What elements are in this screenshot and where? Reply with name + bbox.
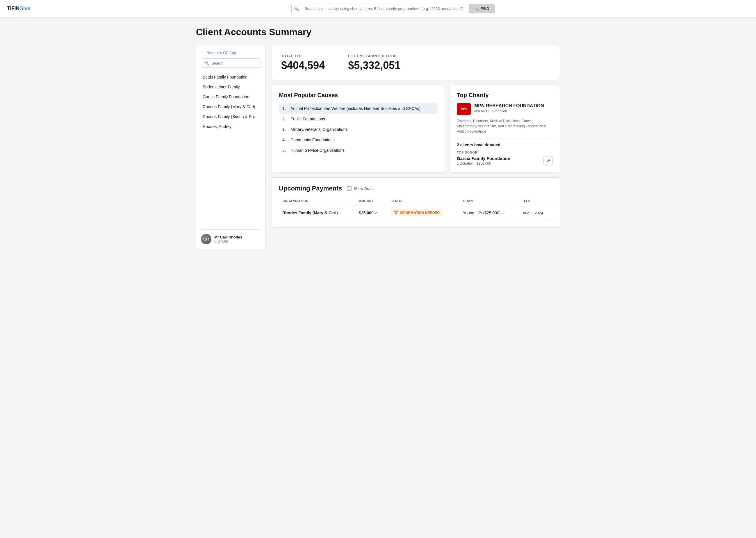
cause-num-5: 5. bbox=[282, 148, 287, 153]
clients-donated: 2 clients have donated bbox=[457, 142, 553, 147]
show-drafts: Show Drafts bbox=[347, 186, 375, 191]
cause-item-3: 3. Military/Veterans' Organizations bbox=[279, 124, 438, 134]
logo-give: Give bbox=[20, 6, 30, 12]
sidebar-footer: CR Mr Carl Rhodes Sign Out bbox=[201, 230, 261, 244]
causes-card: Most Popular Causes 1. Animal Protection… bbox=[272, 84, 445, 173]
total-ytd-value: $404,594 bbox=[281, 59, 325, 72]
sign-out-link[interactable]: Sign Out bbox=[214, 239, 242, 243]
lifetime-label: LIFETIME GRANTED TOTAL bbox=[348, 54, 400, 58]
return-label: Return to GP App bbox=[206, 51, 236, 55]
grant-arrow-icon: ↗ bbox=[502, 211, 505, 215]
cause-item-2: 2. Public Foundations bbox=[279, 114, 438, 124]
payments-header: Upcoming Payments Show Drafts bbox=[279, 185, 553, 192]
cause-text-3: Military/Veterans' Organizations bbox=[290, 127, 347, 132]
charity-name: MPN RESEARCH FOUNDATION bbox=[474, 103, 544, 108]
calendar-icon: 📅 bbox=[393, 211, 398, 215]
causes-list: 1. Animal Protection and Welfare (includ… bbox=[279, 103, 438, 156]
donor-name: Garcia Family Foundation bbox=[457, 156, 510, 161]
lifetime-block: LIFETIME GRANTED TOTAL $5,332,051 bbox=[348, 54, 400, 72]
donor-info: Garcia Family Foundation 1 Donation · $2… bbox=[457, 156, 510, 165]
footer-info: Mr Carl Rhodes Sign Out bbox=[214, 235, 242, 243]
sidebar-nav: Bettis Family Foundation Bodensteiner Fa… bbox=[201, 73, 261, 131]
charity-logo-text: MPN bbox=[461, 108, 467, 111]
payment-status: 📅 INFORMATION NEEDED bbox=[387, 205, 459, 220]
page-title: Client Accounts Summary bbox=[196, 27, 560, 37]
find-search-icon: 🔍 bbox=[474, 6, 479, 11]
donor-row: Garcia Family Foundation 1 Donation · $2… bbox=[457, 156, 553, 165]
header: TIFIN Give 🔍 🔍 FIND bbox=[0, 0, 756, 18]
payments-card: Upcoming Payments Show Drafts ORGANIZATI… bbox=[272, 177, 560, 228]
col-status: STATUS bbox=[387, 197, 459, 205]
global-search-bar: 🔍 🔍 FIND bbox=[291, 4, 495, 13]
lifetime-value: $5,332,051 bbox=[348, 59, 400, 72]
amount-arrow-icon: ↗ bbox=[375, 211, 378, 215]
sidebar-search-icon: 🔍 bbox=[204, 61, 209, 66]
sidebar-item-rhodes-simon[interactable]: Rhodes Family (Simon & Sh… bbox=[201, 112, 261, 121]
sidebar-item-rhodes-mary[interactable]: Rhodes Family (Mary & Carl) bbox=[201, 102, 261, 111]
show-drafts-checkbox[interactable] bbox=[347, 186, 352, 191]
payment-grant: Young Life ($25,000) ↗ bbox=[459, 205, 519, 220]
arrow-right-icon: ↗ bbox=[546, 158, 550, 163]
cause-item-5: 5. Human Service Organizations bbox=[279, 145, 438, 156]
top-donor-label: TOP DONOR bbox=[457, 151, 553, 154]
sidebar-item-bettis[interactable]: Bettis Family Foundation bbox=[201, 73, 261, 82]
payment-org: Rhodes Family (Mary & Carl) bbox=[279, 205, 355, 220]
avatar: CR bbox=[201, 234, 211, 244]
charity-name-block: MPN RESEARCH FOUNDATION aka MPD Foundati… bbox=[474, 103, 544, 113]
two-col-row: Most Popular Causes 1. Animal Protection… bbox=[272, 84, 560, 173]
top-charity-card: Top Charity MPN MPN RESEARCH FOUNDATION … bbox=[450, 84, 560, 173]
right-content: TOTAL YTD $404,594 LIFETIME GRANTED TOTA… bbox=[272, 46, 560, 228]
find-label: FIND bbox=[480, 6, 489, 11]
payments-title: Upcoming Payments bbox=[279, 185, 342, 192]
date-value: Aug 8, 2024 bbox=[523, 211, 543, 215]
charity-header: MPN MPN RESEARCH FOUNDATION aka MPD Foun… bbox=[457, 103, 553, 115]
amount-value: $25,000 bbox=[359, 211, 374, 215]
footer-name: Mr Carl Rhodes bbox=[214, 235, 242, 239]
total-ytd-label: TOTAL YTD bbox=[281, 54, 325, 58]
table-row: Rhodes Family (Mary & Carl) $25,000 ↗ bbox=[279, 205, 553, 220]
org-name: Rhodes Family (Mary & Carl) bbox=[282, 211, 338, 215]
payment-date: Aug 8, 2024 bbox=[519, 205, 553, 220]
status-text: INFORMATION NEEDED bbox=[400, 211, 440, 215]
col-amount: AMOUNT bbox=[355, 197, 387, 205]
col-date: DATE bbox=[519, 197, 553, 205]
payments-table-body: Rhodes Family (Mary & Carl) $25,000 ↗ bbox=[279, 205, 553, 220]
find-button[interactable]: 🔍 FIND bbox=[469, 4, 494, 13]
return-link[interactable]: ← Return to GP App bbox=[201, 51, 261, 55]
grant-text: Young Life ($25,000) bbox=[463, 211, 500, 215]
search-icon: 🔍 bbox=[292, 6, 301, 11]
stats-card: TOTAL YTD $404,594 LIFETIME GRANTED TOTA… bbox=[272, 46, 560, 80]
cause-num-4: 4. bbox=[282, 137, 287, 142]
cause-num-3: 3. bbox=[282, 127, 287, 132]
logo-tifin: TIFIN bbox=[7, 6, 20, 12]
col-organization: ORGANIZATION bbox=[279, 197, 355, 205]
payments-table: ORGANIZATION AMOUNT STATUS GRANT DATE Rh… bbox=[279, 197, 553, 220]
payment-amount: $25,000 ↗ bbox=[355, 205, 387, 220]
sidebar: ← Return to GP App 🔍 Bettis Family Found… bbox=[196, 46, 266, 249]
cause-text-4: Community Foundations bbox=[290, 137, 335, 142]
sidebar-search-input[interactable] bbox=[211, 61, 258, 66]
causes-title: Most Popular Causes bbox=[279, 92, 438, 99]
col-grant: GRANT bbox=[459, 197, 519, 205]
sidebar-search-box: 🔍 bbox=[201, 58, 261, 68]
cause-item-4: 4. Community Foundations bbox=[279, 134, 438, 145]
sidebar-item-bodensteiner[interactable]: Bodensteiner Family bbox=[201, 82, 261, 92]
sidebar-item-garcia[interactable]: Garcia Family Foundation bbox=[201, 92, 261, 101]
charity-nav-button[interactable]: ↗ bbox=[543, 156, 553, 165]
payments-table-head: ORGANIZATION AMOUNT STATUS GRANT DATE bbox=[279, 197, 553, 205]
cause-num-1: 1. bbox=[282, 106, 287, 111]
divider bbox=[457, 138, 553, 138]
avatar-initials: CR bbox=[201, 234, 211, 244]
cause-text-5: Human Service Organizations bbox=[290, 148, 345, 153]
sidebar-item-rhodes-audrey[interactable]: Rhodes, Audrey bbox=[201, 122, 261, 131]
global-search-input[interactable] bbox=[301, 4, 469, 13]
donor-detail: 1 Donation · $250,000 bbox=[457, 161, 510, 165]
arrow-left-icon: ← bbox=[201, 51, 205, 55]
total-ytd-block: TOTAL YTD $404,594 bbox=[281, 54, 325, 72]
show-drafts-label: Show Drafts bbox=[354, 187, 375, 191]
cause-text-2: Public Foundations bbox=[290, 117, 325, 121]
content-layout: ← Return to GP App 🔍 Bettis Family Found… bbox=[196, 46, 560, 249]
charity-aka: aka MPD Foundation bbox=[474, 109, 544, 113]
cause-num-2: 2. bbox=[282, 117, 287, 121]
status-badge: 📅 INFORMATION NEEDED bbox=[390, 209, 442, 216]
